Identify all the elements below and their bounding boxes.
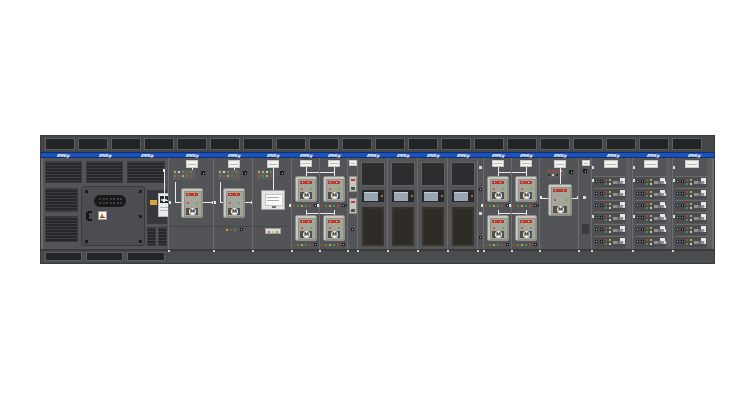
control-switch[interactable] <box>342 204 345 207</box>
feeder-drawer[interactable] <box>594 200 626 211</box>
control-switch[interactable] <box>342 243 345 246</box>
drawer-handle[interactable] <box>654 193 666 196</box>
air-circuit-breaker[interactable]: M <box>295 215 317 241</box>
feeder-drawer[interactable] <box>635 176 666 187</box>
feeder-drawer[interactable] <box>635 224 666 235</box>
air-circuit-breaker[interactable]: M <box>487 176 509 202</box>
control-switch[interactable] <box>534 204 537 207</box>
control-switch[interactable] <box>600 228 603 231</box>
indicator-light <box>493 188 495 190</box>
control-switch[interactable] <box>600 180 603 183</box>
air-circuit-breaker[interactable]: M <box>181 188 203 218</box>
drawer-handle[interactable] <box>694 229 706 232</box>
hmi-display[interactable] <box>392 190 414 202</box>
feeder-drawer[interactable] <box>594 212 626 223</box>
blank-door[interactable] <box>421 206 445 247</box>
amber-switch[interactable] <box>150 200 157 205</box>
feeder-drawer[interactable] <box>594 224 626 235</box>
drawer-handle[interactable] <box>694 205 706 208</box>
feeder-drawer[interactable] <box>635 188 666 199</box>
air-circuit-breaker[interactable]: M <box>223 188 245 218</box>
feeder-drawer[interactable] <box>594 236 626 247</box>
control-switch[interactable] <box>641 192 644 195</box>
hmi-display[interactable] <box>362 190 384 202</box>
feeder-drawer[interactable] <box>635 200 666 211</box>
drawer-handle[interactable] <box>613 193 625 196</box>
control-switch[interactable] <box>681 228 684 231</box>
aux-device[interactable] <box>265 228 281 234</box>
control-switch[interactable] <box>569 170 573 174</box>
air-circuit-breaker[interactable]: M <box>323 215 345 241</box>
generator-door[interactable] <box>81 186 145 246</box>
blank-door[interactable] <box>361 206 385 247</box>
drawer-handle[interactable] <box>654 217 666 220</box>
feeder-drawer[interactable] <box>635 212 666 223</box>
control-switch[interactable] <box>681 180 684 183</box>
air-circuit-breaker[interactable]: M <box>295 176 317 202</box>
air-circuit-breaker[interactable]: M <box>515 215 537 241</box>
control-switch[interactable] <box>681 204 684 207</box>
control-switch[interactable] <box>280 171 284 175</box>
feeder-drawer[interactable] <box>675 176 707 187</box>
control-switch[interactable] <box>641 228 644 231</box>
control-switch[interactable] <box>641 204 644 207</box>
drawer-handle[interactable] <box>694 217 706 220</box>
control-switch[interactable] <box>506 243 509 246</box>
drawer-handle[interactable] <box>694 181 706 184</box>
feeder-drawer[interactable] <box>675 212 707 223</box>
control-switch[interactable] <box>600 192 603 195</box>
control-switch[interactable] <box>243 171 247 175</box>
control-switch[interactable] <box>600 204 603 207</box>
drawer-handle[interactable] <box>613 241 625 244</box>
control-switch[interactable] <box>600 240 603 243</box>
control-switch[interactable] <box>351 228 354 231</box>
handle-mid <box>698 217 701 220</box>
control-switch[interactable] <box>583 169 587 173</box>
drawer-handle[interactable] <box>654 241 666 244</box>
meter-drawout[interactable] <box>261 190 285 210</box>
hmi-display[interactable] <box>452 190 474 202</box>
hmi-display[interactable] <box>422 190 444 202</box>
control-switch[interactable] <box>479 236 482 239</box>
control-switch[interactable] <box>681 240 684 243</box>
air-circuit-breaker[interactable]: M <box>548 184 572 216</box>
blank-door[interactable] <box>391 206 415 247</box>
indicator-light <box>690 231 692 233</box>
drawer-handle[interactable] <box>694 193 706 196</box>
drawer-tag <box>701 190 706 193</box>
blank-door[interactable] <box>451 206 475 247</box>
drawer-handle[interactable] <box>694 241 706 244</box>
drawer-handle[interactable] <box>654 205 666 208</box>
drawer-handle[interactable] <box>613 229 625 232</box>
feeder-drawer[interactable] <box>675 224 707 235</box>
feeder-drawer[interactable] <box>675 188 707 199</box>
multipin-connector[interactable] <box>94 195 126 207</box>
feeder-drawer[interactable] <box>675 236 707 247</box>
plinth-cover <box>127 252 165 261</box>
control-switch[interactable] <box>641 216 644 219</box>
feeder-drawer[interactable] <box>594 188 626 199</box>
drawer-handle[interactable] <box>613 217 625 220</box>
control-switch[interactable] <box>681 216 684 219</box>
control-switch[interactable] <box>641 240 644 243</box>
control-switch[interactable] <box>534 243 537 246</box>
feeder-drawer[interactable] <box>675 200 707 211</box>
feeder-drawer[interactable] <box>635 236 666 247</box>
air-circuit-breaker[interactable]: M <box>515 176 537 202</box>
drawer-handle[interactable] <box>613 181 625 184</box>
control-switch[interactable] <box>681 192 684 195</box>
drawer-handle[interactable] <box>654 181 666 184</box>
control-switch[interactable] <box>479 188 482 191</box>
air-circuit-breaker[interactable]: M <box>323 176 345 202</box>
drawer-handle[interactable] <box>654 229 666 232</box>
air-circuit-breaker[interactable]: M <box>487 215 509 241</box>
control-switch[interactable] <box>240 228 243 231</box>
control-switch[interactable] <box>201 171 205 175</box>
door-handle-hook[interactable] <box>86 211 92 221</box>
feeder-drawer[interactable] <box>594 176 626 187</box>
control-switch[interactable] <box>314 243 317 246</box>
indicator-light <box>556 174 558 176</box>
control-switch[interactable] <box>641 180 644 183</box>
control-switch[interactable] <box>600 216 603 219</box>
drawer-handle[interactable] <box>613 205 625 208</box>
